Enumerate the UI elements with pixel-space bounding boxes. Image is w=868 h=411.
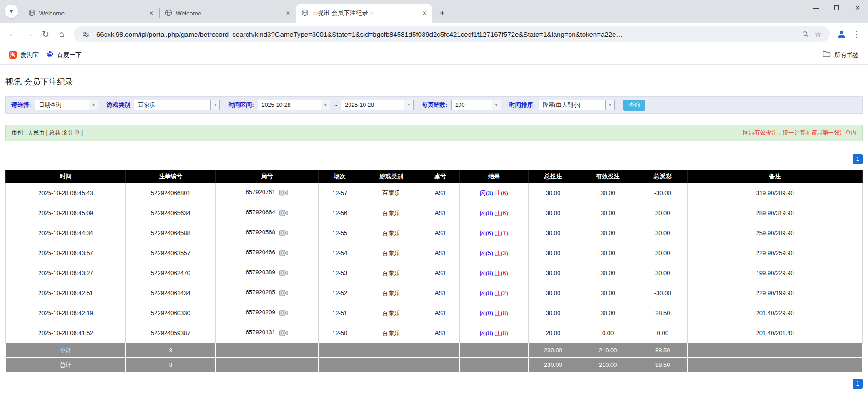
cell-time: 2025-10-28 06:42:19 (6, 303, 126, 323)
tab-welcome-1[interactable]: Welcome ✕ (23, 4, 159, 23)
all-bookmarks-button[interactable]: 所有书签 (819, 48, 863, 61)
page-size-select[interactable]: 100 ▾ (451, 100, 501, 110)
col-header-game-type: 游戏类别 (361, 170, 421, 183)
cell-total-bet[interactable]: 30.00 (528, 203, 578, 223)
cell-total-bet[interactable]: 30.00 (528, 263, 578, 283)
video-replay-icon[interactable] (279, 270, 288, 277)
video-replay-icon[interactable] (279, 330, 288, 337)
table-body: 2025-10-28 06:45:43 522924066801 6579207… (6, 183, 863, 343)
forward-button[interactable]: → (21, 26, 37, 42)
video-replay-icon[interactable] (279, 190, 288, 197)
home-button[interactable]: ⌂ (54, 26, 70, 42)
cell-total-bet[interactable]: 30.00 (528, 243, 578, 263)
cell-bet-id: 522924065634 (125, 203, 215, 223)
chevron-down-icon[interactable]: ▾ (89, 100, 98, 110)
new-tab-button[interactable]: + (436, 7, 449, 20)
currency-summary-text: 币别 : 人民币 | 总共 :8 注单 | (11, 129, 83, 137)
close-icon[interactable]: ✕ (284, 9, 292, 17)
tab-bet-record-active[interactable]: :::视讯 会员下注纪录::: ✕ (296, 4, 432, 23)
tab-title: Welcome (39, 10, 144, 17)
bookmark-baidu[interactable]: 百度一下 (43, 48, 85, 61)
cell-session: 12-57 (319, 183, 361, 203)
total-payout: 88.50 (638, 358, 688, 372)
query-type-select[interactable]: 日期查询 ▾ (35, 100, 98, 110)
cell-game-type: 百家乐 (361, 323, 421, 343)
tab-search-button[interactable]: ▾ (5, 5, 18, 18)
cell-total-bet[interactable]: 30.00 (528, 223, 578, 243)
cell-table: AS1 (421, 303, 460, 323)
back-button[interactable]: ← (5, 26, 21, 42)
cell-bet-id: 522924063557 (125, 243, 215, 263)
page-1-button[interactable]: 1 (853, 154, 863, 164)
maximize-button[interactable] (826, 0, 847, 15)
round-number: 657920568 (246, 229, 275, 236)
window-close-button[interactable]: ✕ (847, 0, 868, 15)
cell-bet-id: 522924061434 (125, 283, 215, 303)
bookmark-label: 百度一下 (57, 51, 82, 59)
query-type-label: 请选择: (11, 101, 31, 109)
video-replay-icon[interactable] (279, 250, 288, 257)
address-bar[interactable]: 66cxkj98.com/ipl/portal.php/game/betreco… (74, 26, 830, 42)
date-from-select[interactable]: 2025-10-28 ▾ (258, 100, 330, 110)
close-icon[interactable]: ✕ (420, 9, 429, 17)
cell-time: 2025-10-28 06:45:43 (6, 183, 126, 203)
cell-total-bet[interactable]: 20.00 (528, 323, 578, 343)
result-player: 闲(8) (480, 330, 493, 336)
zoom-icon[interactable] (799, 28, 812, 40)
bookmark-star-icon[interactable]: ☆ (812, 28, 824, 40)
cell-total-bet[interactable]: 30.00 (528, 183, 578, 203)
tab-welcome-2[interactable]: Welcome ✕ (160, 4, 296, 23)
cell-table: AS1 (421, 183, 460, 203)
chevron-down-icon: ▾ (10, 8, 13, 15)
cell-round: 657920209 (215, 303, 318, 323)
cell-bet-id: 522924062470 (125, 263, 215, 283)
col-header-table: 桌号 (421, 170, 460, 183)
chevron-down-icon[interactable]: ▾ (210, 100, 219, 110)
video-replay-icon[interactable] (279, 310, 288, 317)
cell-time: 2025-10-28 06:44:34 (6, 223, 126, 243)
game-type-select[interactable]: 百家乐 ▾ (134, 100, 220, 110)
cell-round: 657920761 (215, 183, 318, 203)
reload-button[interactable]: ↻ (37, 26, 54, 42)
total-valid-bet: 210.00 (578, 358, 638, 372)
table-row: 2025-10-28 06:41:52 522924059387 6579201… (6, 323, 863, 343)
result-player: 闲(8) (480, 210, 493, 216)
table-row: 2025-10-28 06:43:57 522924063557 6579204… (6, 243, 863, 263)
chevron-down-icon[interactable]: ▾ (404, 100, 413, 110)
sort-order-select[interactable]: 降幂(由大到小) ▾ (539, 100, 615, 110)
site-info-icon[interactable] (79, 28, 92, 40)
result-banker: 庄(1) (495, 230, 508, 236)
table-row: 2025-10-28 06:43:27 522924062470 6579203… (6, 263, 863, 283)
video-replay-icon[interactable] (279, 210, 288, 217)
video-replay-icon[interactable] (279, 230, 288, 237)
bookmarks-bar: 淘 爱淘宝 百度一下 所有书签 (0, 45, 868, 65)
chevron-down-icon[interactable]: ▾ (605, 100, 614, 110)
subtotal-label: 小计 (6, 343, 126, 358)
date-separator: ~ (334, 102, 338, 109)
page-1-button[interactable]: 1 (853, 379, 863, 389)
cell-total-bet[interactable]: 30.00 (528, 303, 578, 323)
taobao-icon: 淘 (9, 51, 17, 59)
bookmark-aitaobao[interactable]: 淘 爱淘宝 (5, 49, 43, 61)
date-to-select[interactable]: 2025-10-28 ▾ (341, 100, 414, 110)
cell-note: 201.40/229.90 (688, 303, 863, 323)
bookmark-label: 爱淘宝 (20, 51, 39, 59)
close-icon[interactable]: ✕ (147, 9, 155, 17)
video-replay-icon[interactable] (279, 290, 288, 297)
minimize-button[interactable]: — (805, 0, 826, 15)
profile-avatar[interactable] (833, 26, 850, 42)
cell-time: 2025-10-28 06:43:57 (6, 243, 126, 263)
result-banker: 庄(8) (495, 330, 508, 336)
search-button[interactable]: 查询 (623, 100, 645, 111)
cell-result: 闲(8)庄(8) (460, 323, 529, 343)
page-size-value: 100 (452, 100, 492, 110)
sort-order-label: 时间排序: (509, 101, 535, 109)
chevron-down-icon[interactable]: ▾ (321, 100, 330, 110)
round-number: 657920209 (246, 309, 275, 316)
chevron-down-icon[interactable]: ▾ (492, 100, 501, 110)
cell-valid-bet: 30.00 (578, 203, 638, 223)
cell-total-bet[interactable]: 30.00 (528, 283, 578, 303)
browser-menu-button[interactable]: ⋮ (850, 26, 863, 42)
url-text[interactable]: 66cxkj98.com/ipl/portal.php/game/betreco… (96, 30, 799, 38)
subtotal-row: 小计 8 230.00 210.00 88.50 (6, 343, 863, 358)
